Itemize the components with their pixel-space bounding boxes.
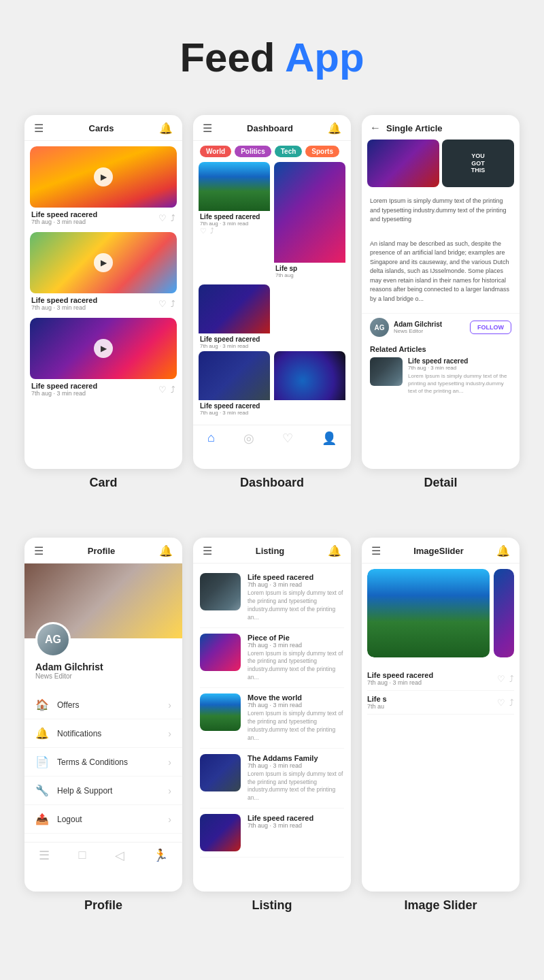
- share-icon[interactable]: ⤴: [509, 674, 514, 684]
- back-icon[interactable]: ◁: [115, 848, 124, 863]
- home-icon[interactable]: ⌂: [207, 431, 215, 446]
- menu-item-label: Notifications: [57, 729, 101, 738]
- slider-item-title: Life speed racered: [367, 671, 433, 679]
- listing-item[interactable]: The Addams Family 7th aug · 3 min read L…: [200, 749, 344, 809]
- card-actions: ♡ ⤴: [158, 385, 175, 395]
- profile-icon[interactable]: 👤: [322, 431, 337, 446]
- play-button[interactable]: ▶: [94, 253, 113, 272]
- author-info: AG Adam Gilchrist News Editor: [370, 318, 442, 337]
- card-item[interactable]: ▶ Life speed racered 7th aug · 3 min rea…: [30, 146, 177, 225]
- tag-politics[interactable]: Politics: [235, 146, 271, 157]
- menu-item-terms[interactable]: 📄 Terms & Conditions ›: [24, 748, 182, 777]
- chevron-right-icon: ›: [168, 728, 171, 739]
- card-item-date: 7th aug · 3 min read: [31, 218, 97, 225]
- slider-list-item[interactable]: Life speed racered 7th aug · 3 min read …: [367, 667, 514, 691]
- menu-item-notifications[interactable]: 🔔 Notifications ›: [24, 719, 182, 748]
- dash-cell[interactable]: Life speed racered 7th aug · 3 min read: [199, 284, 270, 351]
- menu-item-label: Offers: [57, 700, 79, 710]
- share-icon[interactable]: ⤴: [509, 698, 514, 708]
- tag-sports[interactable]: Sports: [305, 146, 339, 157]
- heart-icon[interactable]: ♡: [200, 227, 207, 235]
- heart-icon[interactable]: ♡: [158, 385, 167, 395]
- hamburger-icon[interactable]: ☰: [371, 544, 381, 557]
- dash-cell-meta: Life speed racered 7th aug · 3 min read: [199, 400, 270, 418]
- card-item[interactable]: ▶ Life speed racered 7th aug · 3 min rea…: [30, 232, 177, 311]
- bell-icon[interactable]: 🔔: [496, 544, 510, 557]
- share-icon[interactable]: ⤴: [210, 227, 214, 235]
- menu-item-offers[interactable]: 🏠 Offers ›: [24, 691, 182, 719]
- profile-name: Adam Gilchrist: [35, 662, 171, 672]
- listing-item-desc: Lorem Ipsum is simply dummy text of the …: [248, 650, 344, 683]
- hamburger-icon[interactable]: ☰: [203, 544, 212, 557]
- play-button[interactable]: ▶: [94, 167, 113, 186]
- slider-image-1[interactable]: [367, 569, 490, 657]
- profile-name-wrap: Adam Gilchrist News Editor: [24, 662, 182, 688]
- screens-row-1: ☰ Cards 🔔 ▶ Life speed racered 7th aug ·…: [0, 101, 544, 476]
- play-button[interactable]: ▶: [94, 339, 113, 358]
- dash-cell[interactable]: Life speed racered 7th aug · 3 min read: [199, 351, 270, 418]
- listing-item[interactable]: Life speed racered 7th aug · 3 min read: [200, 808, 344, 858]
- listing-item-title: Life speed racered: [248, 573, 344, 581]
- back-icon[interactable]: ←: [370, 122, 381, 134]
- slider-item-list: Life speed racered 7th aug · 3 min read …: [362, 663, 520, 719]
- bell-icon[interactable]: 🔔: [328, 544, 341, 557]
- tag-tech[interactable]: Tech: [275, 146, 303, 157]
- menu-item-left: 📤 Logout: [35, 813, 82, 826]
- card-image-concert: ▶: [30, 318, 177, 379]
- heart-icon[interactable]: ♡: [158, 299, 167, 309]
- bell-icon[interactable]: 🔔: [159, 122, 173, 135]
- tag-world[interactable]: World: [200, 146, 231, 157]
- heart-icon[interactable]: ♡: [158, 213, 167, 223]
- share-icon[interactable]: ⤴: [171, 385, 175, 395]
- slider-image-2[interactable]: [494, 569, 514, 657]
- listing-item[interactable]: Move the world 7th aug · 3 min read Lore…: [200, 688, 344, 749]
- menu-icon[interactable]: ☰: [39, 848, 50, 863]
- listing-item[interactable]: Piece of Pie 7th aug · 3 min read Lorem …: [200, 628, 344, 689]
- row1-labels: Card Dashboard Detail: [0, 476, 544, 510]
- related-image-ferris: [370, 357, 403, 386]
- related-image: [370, 357, 403, 386]
- dash-cell-meta: Life speed racered 7th aug · 3 min read: [199, 333, 270, 351]
- bookmark-icon[interactable]: □: [78, 848, 86, 863]
- slider-item-meta: Life s 7th au: [367, 695, 387, 710]
- profile-cover-container: AG: [24, 564, 182, 638]
- hamburger-icon[interactable]: ☰: [34, 544, 44, 557]
- heart-icon[interactable]: ♡: [282, 431, 293, 446]
- hamburger-icon[interactable]: ☰: [203, 122, 212, 135]
- profile-role: News Editor: [35, 672, 171, 680]
- listing-item-image: [200, 693, 241, 731]
- feed-word: Feed: [180, 35, 275, 80]
- card-item-title: Life speed racered: [31, 296, 97, 304]
- card-meta: Life speed racered 7th aug · 3 min read …: [30, 208, 177, 225]
- listing-item-title: Piece of Pie: [248, 634, 344, 642]
- user-icon[interactable]: ◎: [243, 431, 254, 446]
- dash-cell-image-timesign: [199, 351, 270, 400]
- dash-cell[interactable]: Life speed racered 7th aug · 3 min read …: [199, 162, 270, 280]
- related-item-desc: Lorem Ipsum is simply dummy text of the …: [408, 372, 511, 395]
- share-icon[interactable]: ⤴: [171, 299, 175, 309]
- listing-item[interactable]: Life speed racered 7th aug · 3 min read …: [200, 568, 344, 628]
- bell-icon[interactable]: 🔔: [328, 122, 341, 135]
- dash-cell-tall[interactable]: Life sp 7th aug: [274, 162, 345, 280]
- heart-icon[interactable]: ♡: [497, 698, 505, 708]
- menu-item-logout[interactable]: 📤 Logout ›: [24, 805, 182, 834]
- listing-item-desc: Lorem Ipsum is simply dummy text of the …: [248, 770, 344, 803]
- profile-tab-icon[interactable]: 🏃: [153, 848, 168, 863]
- slider-item-actions: ♡ ⤴: [497, 698, 514, 708]
- card-item-date: 7th aug · 3 min read: [31, 390, 97, 397]
- slider-mountains-image: [367, 569, 490, 657]
- card-topbar: ☰ Cards 🔔: [24, 115, 182, 141]
- heart-icon[interactable]: ♡: [497, 674, 505, 684]
- share-icon[interactable]: ⤴: [171, 213, 175, 223]
- card-list: ▶ Life speed racered 7th aug · 3 min rea…: [24, 141, 182, 409]
- dash-cell-date: 7th aug · 3 min read: [200, 343, 269, 349]
- menu-item-help[interactable]: 🔧 Help & Support ›: [24, 777, 182, 805]
- hamburger-icon[interactable]: ☰: [34, 122, 44, 135]
- slider-list-item[interactable]: Life s 7th au ♡ ⤴: [367, 691, 514, 715]
- follow-button[interactable]: FOLLOW: [470, 321, 511, 334]
- related-item[interactable]: Life speed racered 7th aug · 3 min read …: [370, 357, 511, 395]
- card-item-title: Life speed racered: [31, 382, 97, 390]
- dash-cell[interactable]: [274, 351, 345, 418]
- card-item[interactable]: ▶ Life speed racered 7th aug · 3 min rea…: [30, 318, 177, 397]
- bell-icon[interactable]: 🔔: [159, 544, 173, 557]
